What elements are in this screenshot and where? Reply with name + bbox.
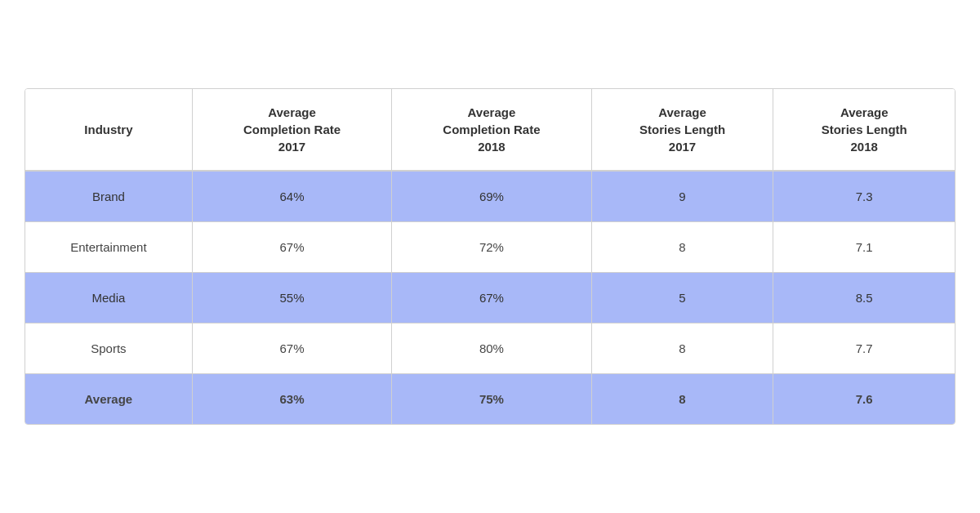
cell-industry: Media xyxy=(25,273,192,323)
cell-acr2017: 67% xyxy=(192,222,391,273)
cell-acr2018: 69% xyxy=(392,171,591,222)
header-acr2017: AverageCompletion Rate2017 xyxy=(192,89,391,171)
data-table: Industry AverageCompletion Rate2017 Aver… xyxy=(24,88,956,425)
cell-average-acr2018: 75% xyxy=(392,374,591,425)
header-acr2018: AverageCompletion Rate2018 xyxy=(392,89,591,171)
cell-asl2017: 9 xyxy=(591,171,773,222)
cell-acr2018: 80% xyxy=(392,323,591,374)
cell-asl2018: 8.5 xyxy=(773,273,955,323)
cell-asl2018: 7.1 xyxy=(773,222,955,273)
header-asl2018: AverageStories Length2018 xyxy=(773,89,955,171)
cell-acr2018: 72% xyxy=(392,222,591,273)
cell-average-asl2017: 8 xyxy=(591,374,773,425)
cell-asl2017: 8 xyxy=(591,222,773,273)
cell-asl2018: 7.3 xyxy=(773,171,955,222)
header-industry: Industry xyxy=(25,89,192,171)
cell-acr2017: 64% xyxy=(192,171,391,222)
cell-industry: Entertainment xyxy=(25,222,192,273)
cell-industry: Brand xyxy=(25,171,192,222)
cell-acr2017: 67% xyxy=(192,323,391,374)
table-row: Media55%67%58.5 xyxy=(25,273,955,323)
cell-average-industry: Average xyxy=(25,374,192,425)
cell-average-acr2017: 63% xyxy=(192,374,391,425)
cell-asl2017: 8 xyxy=(591,323,773,374)
table-header-row: Industry AverageCompletion Rate2017 Aver… xyxy=(25,89,955,171)
table-row: Brand64%69%97.3 xyxy=(25,171,955,222)
table-row: Entertainment67%72%87.1 xyxy=(25,222,955,273)
cell-average-asl2018: 7.6 xyxy=(773,374,955,425)
cell-acr2018: 67% xyxy=(392,273,591,323)
header-asl2017: AverageStories Length2017 xyxy=(591,89,773,171)
cell-asl2018: 7.7 xyxy=(773,323,955,374)
table-row: Sports67%80%87.7 xyxy=(25,323,955,374)
table-row-average: Average63%75%87.6 xyxy=(25,374,955,425)
cell-industry: Sports xyxy=(25,323,192,374)
cell-asl2017: 5 xyxy=(591,273,773,323)
cell-acr2017: 55% xyxy=(192,273,391,323)
